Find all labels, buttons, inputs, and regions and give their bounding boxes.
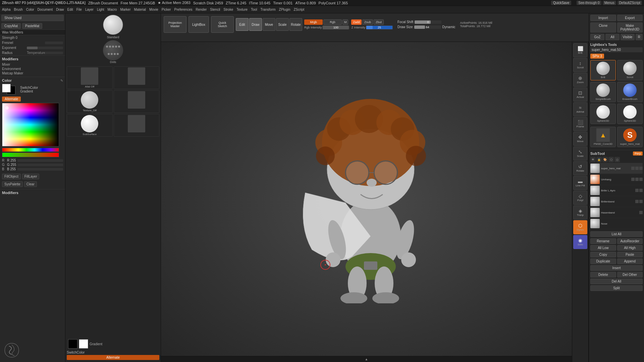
menu-zscript[interactable]: ZScript <box>294 8 305 11</box>
rotate-side-btn[interactable]: ↺ Rotate <box>573 161 587 175</box>
menu-preferences[interactable]: Preferences <box>174 8 193 11</box>
make-polymesh3d-btn[interactable]: Make PolyMesh3D <box>617 22 643 33</box>
viewport[interactable]: ▲ <box>161 42 572 362</box>
vis-color-icon[interactable]: 🎨 <box>602 157 608 162</box>
subtool-item-2[interactable]: Brille L.Aym <box>590 185 643 196</box>
menu-marker[interactable]: Marker <box>120 8 130 11</box>
menu-light[interactable]: Light <box>97 8 104 11</box>
scroll-btn[interactable]: ↕ Scroll <box>573 58 587 72</box>
visible-btn[interactable]: Visible <box>621 34 635 40</box>
sphere3d-item[interactable]: Sphere3D <box>590 104 616 124</box>
r-slider[interactable] <box>17 159 63 162</box>
rgb-intensity-slider[interactable]: 100 <box>322 25 349 29</box>
grad-white-swatch[interactable] <box>79 339 88 349</box>
actual-btn[interactable]: ⊡ Actual <box>573 87 587 102</box>
subtool-item-0[interactable]: super_hero_mat <box>590 163 643 174</box>
alpha-brush-item[interactable]: EraserBrush <box>617 82 643 102</box>
subtool-item-5[interactable]: Nose <box>590 218 643 229</box>
simple-brush-item[interactable]: SimpleBrush <box>590 82 616 102</box>
del-all-btn[interactable]: Del All <box>590 279 643 284</box>
menu-picker[interactable]: Picker <box>162 8 171 11</box>
draw-size-slider[interactable]: 64 <box>414 25 441 29</box>
m-btn[interactable]: M <box>342 19 348 25</box>
color-picker[interactable] <box>2 103 59 146</box>
empty-item-1[interactable] <box>114 66 160 89</box>
solo-btn[interactable]: ◉ Solo <box>573 235 587 249</box>
delete-btn[interactable]: Delete <box>590 272 616 278</box>
zoom-btn[interactable]: ⊕ Zoom <box>573 73 587 87</box>
rotate-btn[interactable]: Rotate <box>289 18 302 31</box>
quick-sketch-btn[interactable]: Quick Sketch <box>211 16 234 33</box>
del-other-btn[interactable]: Del Other <box>617 272 643 278</box>
vis-geom-icon[interactable]: ⬡ <box>608 157 614 162</box>
allal-off-item[interactable]: Allal Off <box>67 66 113 89</box>
split-btn[interactable]: Split <box>590 285 643 291</box>
insert-btn[interactable]: Insert <box>590 265 643 271</box>
st-toggle-0a[interactable] <box>631 167 635 170</box>
import-btn[interactable]: Import <box>590 15 616 21</box>
dots-material[interactable] <box>103 40 123 60</box>
vis-poly-icon[interactable]: ◻ <box>614 157 620 162</box>
mixer-item[interactable]: Mixer <box>2 62 63 67</box>
clone-btn[interactable]: Clone <box>590 22 616 33</box>
zadd-btn[interactable]: Zadd <box>351 19 362 25</box>
b-slider[interactable] <box>17 168 63 171</box>
append-btn[interactable]: Append <box>617 258 643 264</box>
mrgb-btn[interactable]: Mrgb <box>304 19 323 25</box>
fresnel-slider[interactable] <box>45 42 63 44</box>
menus-btn[interactable]: Menus <box>603 1 616 5</box>
edit-btn[interactable]: Edit <box>236 18 249 31</box>
zsub-btn[interactable]: Zsub <box>362 19 373 25</box>
copy-mat-btn[interactable]: CopyMat <box>1 23 21 29</box>
pm3d-cone-item[interactable]: ▲ PM3D_Cone3D <box>590 127 616 147</box>
paste-btn[interactable]: Paste <box>617 252 643 257</box>
duplicate-btn[interactable]: Duplicate <box>590 258 616 264</box>
st-toggle-1a[interactable] <box>631 178 635 181</box>
environment-item[interactable]: Environment <box>2 67 63 71</box>
sys-palette-btn[interactable]: SysPalette <box>2 181 23 187</box>
menu-draw[interactable]: Draw <box>56 8 64 11</box>
g-slider[interactable] <box>17 164 63 166</box>
st-toggle-2a[interactable] <box>635 189 639 192</box>
brb-brush-item[interactable]: BrB <box>590 60 616 80</box>
texture-off-item[interactable]: Texture_Off <box>67 90 113 113</box>
background-color-swatch[interactable] <box>2 84 11 93</box>
dynm-btn[interactable]: ⬡ Dynm <box>573 220 587 234</box>
menu-document[interactable]: Document <box>38 8 53 11</box>
zbut-btn[interactable]: Zbut <box>374 19 384 25</box>
brb-btn[interactable]: ⬜ BrB <box>573 43 587 57</box>
line-fill-btn[interactable]: ▬ Line Fill <box>573 176 587 190</box>
tranp-btn[interactable]: ◈ Tranp <box>573 205 587 220</box>
hue-bar[interactable] <box>2 148 59 152</box>
subsurface-item[interactable]: SubSurface <box>67 114 113 137</box>
fill-object-btn[interactable]: FillObject <box>2 174 21 179</box>
alternate-bottom-btn[interactable]: Alternate <box>67 355 159 360</box>
fill-layer-btn[interactable]: FillLayer <box>22 174 40 179</box>
st-toggle-1c[interactable] <box>639 178 643 181</box>
exponent-slider[interactable] <box>27 47 63 49</box>
list-all-btn[interactable]: List All <box>590 231 643 237</box>
default-zscript-btn[interactable]: DefaultZScript <box>618 1 642 5</box>
all-high-btn[interactable]: All High <box>617 245 643 251</box>
scale-side-btn[interactable]: ⤡ Scale <box>573 146 587 161</box>
frame-btn[interactable]: ⬛ Frame <box>573 117 587 131</box>
menu-edit[interactable]: Edit <box>67 8 73 11</box>
z-intensity-slider[interactable]: 25 <box>366 25 393 29</box>
menu-alpha[interactable]: Alpha <box>2 8 11 11</box>
scroll-brush-item[interactable]: Scroll <box>617 60 643 80</box>
aahat-btn[interactable]: ≈ AAHat <box>573 102 587 116</box>
menu-brush[interactable]: Brush <box>14 8 23 11</box>
move-btn[interactable]: Move <box>263 18 275 31</box>
subtool-item-3[interactable]: Brillenband <box>590 196 643 207</box>
vis-lock-icon[interactable]: 🔒 <box>596 157 602 162</box>
auto-reorder-btn[interactable]: AutoReorder <box>617 238 643 244</box>
st-toggle-1b[interactable] <box>635 178 639 181</box>
r-btn[interactable]: R <box>636 34 643 40</box>
focal-shift-slider[interactable]: 0 <box>415 20 441 24</box>
rgb-btn[interactable]: Rgb <box>323 19 342 25</box>
show-used-btn[interactable]: Show Used <box>1 15 64 21</box>
radius-slider[interactable] <box>45 52 63 54</box>
rename-btn[interactable]: Rename <box>590 238 616 244</box>
menu-texture[interactable]: Texture <box>236 8 248 11</box>
menu-render[interactable]: Render <box>196 8 207 11</box>
